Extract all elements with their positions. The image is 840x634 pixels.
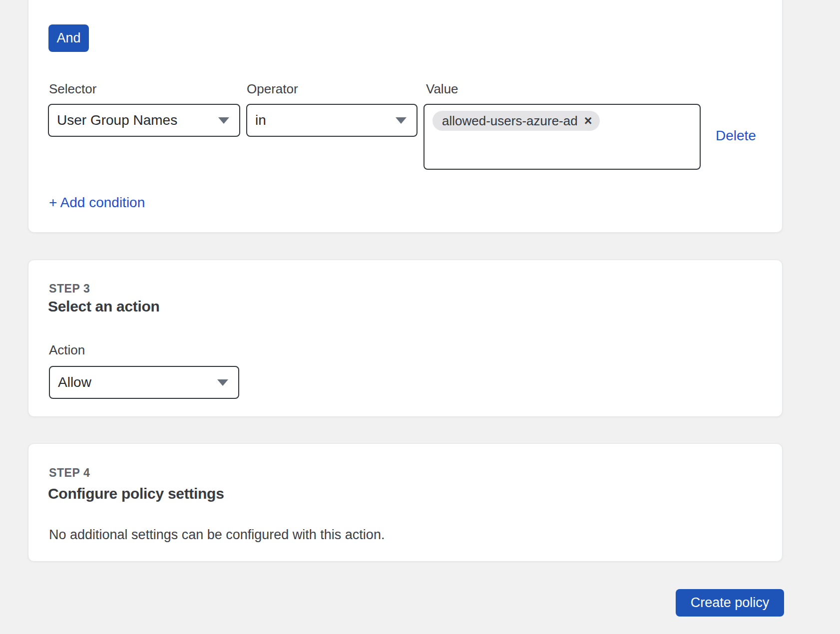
action-dropdown[interactable]: Allow (49, 366, 239, 399)
operator-label: Operator (247, 81, 298, 96)
value-input[interactable]: allowed-users-azure-ad × (423, 104, 701, 170)
action-label: Action (49, 342, 85, 357)
action-dropdown-value: Allow (58, 374, 211, 390)
selector-label: Selector (49, 81, 96, 96)
add-condition-link[interactable]: + Add condition (49, 195, 145, 210)
step4-title: Configure policy settings (48, 484, 224, 503)
operator-dropdown-value: in (255, 112, 390, 128)
remove-tag-icon[interactable]: × (584, 111, 592, 131)
chevron-down-icon (396, 117, 407, 124)
step3-label: STEP 3 (49, 282, 90, 295)
conditions-card: And Selector Operator Value User Group N… (28, 0, 783, 233)
step3-title: Select an action (48, 297, 160, 316)
selector-dropdown-value: User Group Names (57, 112, 212, 128)
selector-dropdown[interactable]: User Group Names (48, 104, 240, 137)
value-label: Value (426, 81, 458, 96)
delete-condition-link[interactable]: Delete (716, 128, 756, 143)
step4-label: STEP 4 (49, 466, 90, 479)
chevron-down-icon (217, 379, 228, 386)
step4-card: STEP 4 Configure policy settings No addi… (28, 443, 783, 562)
value-tag-text: allowed-users-azure-ad (442, 111, 578, 131)
operator-dropdown[interactable]: in (246, 104, 418, 137)
settings-message: No additional settings can be configured… (49, 527, 385, 543)
policy-builder-page: And Selector Operator Value User Group N… (0, 0, 840, 634)
chevron-down-icon (218, 117, 229, 124)
and-logic-button[interactable]: And (48, 24, 89, 52)
create-policy-button[interactable]: Create policy (676, 589, 784, 617)
value-tag: allowed-users-azure-ad × (432, 111, 600, 131)
step3-card: STEP 3 Select an action Action Allow (28, 260, 783, 417)
